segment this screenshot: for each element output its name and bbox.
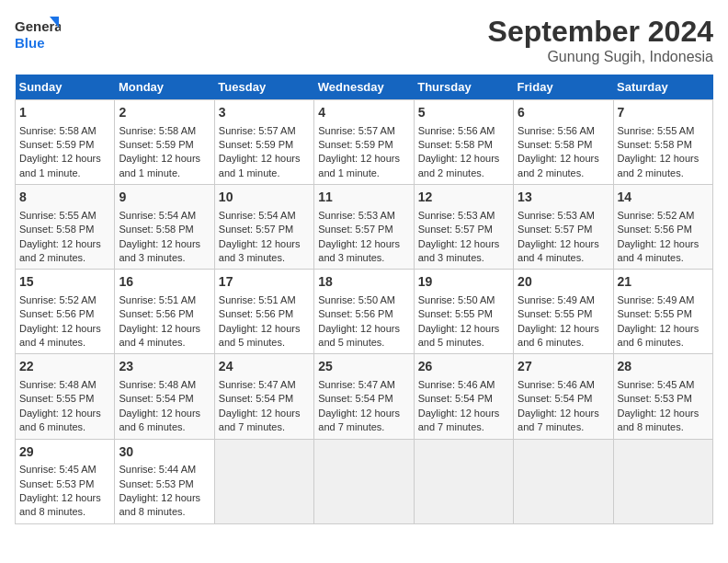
day-number: 15: [19, 273, 110, 292]
day-number: 16: [119, 273, 210, 292]
day-number: 29: [19, 443, 110, 462]
logo-svg: General Blue: [15, 15, 61, 56]
day-number: 12: [418, 189, 509, 207]
day-number: 19: [418, 273, 509, 292]
day-header-wednesday: Wednesday: [314, 75, 414, 100]
calendar-cell: 17Sunrise: 5:51 AM Sunset: 5:56 PM Dayli…: [214, 270, 313, 354]
day-info: Sunrise: 5:44 AM Sunset: 5:53 PM Dayligh…: [119, 464, 203, 517]
day-number: 1: [19, 104, 110, 122]
calendar-cell: 4Sunrise: 5:57 AM Sunset: 5:59 PM Daylig…: [314, 100, 414, 185]
calendar-week-row: 29Sunrise: 5:45 AM Sunset: 5:53 PM Dayli…: [16, 439, 713, 523]
calendar-cell: 3Sunrise: 5:57 AM Sunset: 5:59 PM Daylig…: [214, 100, 313, 185]
calendar-cell: 20Sunrise: 5:49 AM Sunset: 5:55 PM Dayli…: [514, 270, 613, 354]
day-header-tuesday: Tuesday: [214, 75, 313, 100]
day-number: 27: [518, 358, 609, 376]
day-number: 6: [518, 104, 609, 122]
calendar-cell: 12Sunrise: 5:53 AM Sunset: 5:57 PM Dayli…: [414, 185, 513, 270]
day-info: Sunrise: 5:52 AM Sunset: 5:56 PM Dayligh…: [618, 210, 702, 263]
day-header-thursday: Thursday: [414, 75, 513, 100]
day-info: Sunrise: 5:51 AM Sunset: 5:56 PM Dayligh…: [219, 294, 303, 348]
day-number: 2: [119, 104, 210, 122]
day-info: Sunrise: 5:50 AM Sunset: 5:55 PM Dayligh…: [418, 294, 503, 348]
calendar-cell: 24Sunrise: 5:47 AM Sunset: 5:54 PM Dayli…: [214, 354, 313, 439]
calendar-cell: 14Sunrise: 5:52 AM Sunset: 5:56 PM Dayli…: [613, 185, 712, 270]
day-info: Sunrise: 5:54 AM Sunset: 5:58 PM Dayligh…: [119, 210, 203, 263]
calendar-body: 1Sunrise: 5:58 AM Sunset: 5:59 PM Daylig…: [16, 100, 713, 524]
day-number: 7: [618, 104, 709, 122]
calendar-cell: 6Sunrise: 5:56 AM Sunset: 5:58 PM Daylig…: [514, 100, 613, 185]
calendar-week-row: 22Sunrise: 5:48 AM Sunset: 5:55 PM Dayli…: [16, 354, 713, 439]
calendar-cell: 8Sunrise: 5:55 AM Sunset: 5:58 PM Daylig…: [16, 185, 115, 270]
day-info: Sunrise: 5:50 AM Sunset: 5:56 PM Dayligh…: [318, 294, 403, 348]
day-number: 17: [219, 273, 310, 292]
calendar-cell: 18Sunrise: 5:50 AM Sunset: 5:56 PM Dayli…: [314, 270, 414, 354]
logo: General Blue: [15, 15, 61, 56]
day-number: 13: [518, 189, 609, 207]
day-number: 30: [119, 443, 210, 462]
calendar-cell: 11Sunrise: 5:53 AM Sunset: 5:57 PM Dayli…: [314, 185, 414, 270]
day-number: 24: [219, 358, 310, 376]
calendar-title: September 2024: [488, 15, 713, 49]
svg-text:Blue: Blue: [15, 35, 45, 51]
day-info: Sunrise: 5:45 AM Sunset: 5:53 PM Dayligh…: [618, 379, 702, 432]
day-number: 8: [19, 189, 110, 207]
calendar-cell: 19Sunrise: 5:50 AM Sunset: 5:55 PM Dayli…: [414, 270, 513, 354]
calendar-cell: [613, 439, 712, 523]
calendar-cell: 21Sunrise: 5:49 AM Sunset: 5:55 PM Dayli…: [613, 270, 712, 354]
day-number: 11: [318, 189, 409, 207]
day-info: Sunrise: 5:57 AM Sunset: 5:59 PM Dayligh…: [219, 125, 303, 178]
calendar-cell: 23Sunrise: 5:48 AM Sunset: 5:54 PM Dayli…: [115, 354, 214, 439]
day-number: 26: [418, 358, 509, 376]
day-number: 4: [318, 104, 409, 122]
day-info: Sunrise: 5:54 AM Sunset: 5:57 PM Dayligh…: [219, 210, 303, 263]
day-info: Sunrise: 5:51 AM Sunset: 5:56 PM Dayligh…: [119, 294, 203, 348]
calendar-subtitle: Gunung Sugih, Indonesia: [488, 49, 713, 65]
day-number: 20: [518, 273, 609, 292]
day-number: 22: [19, 358, 110, 376]
calendar-cell: 29Sunrise: 5:45 AM Sunset: 5:53 PM Dayli…: [16, 439, 115, 523]
title-block: September 2024 Gunung Sugih, Indonesia: [488, 15, 713, 65]
day-info: Sunrise: 5:53 AM Sunset: 5:57 PM Dayligh…: [418, 210, 503, 263]
day-info: Sunrise: 5:46 AM Sunset: 5:54 PM Dayligh…: [418, 379, 503, 432]
day-number: 28: [618, 358, 709, 376]
day-header-friday: Friday: [514, 75, 613, 100]
calendar-cell: 10Sunrise: 5:54 AM Sunset: 5:57 PM Dayli…: [214, 185, 313, 270]
day-info: Sunrise: 5:53 AM Sunset: 5:57 PM Dayligh…: [318, 210, 403, 263]
calendar-cell: 30Sunrise: 5:44 AM Sunset: 5:53 PM Dayli…: [115, 439, 214, 523]
day-header-monday: Monday: [115, 75, 214, 100]
day-info: Sunrise: 5:56 AM Sunset: 5:58 PM Dayligh…: [418, 125, 503, 178]
calendar-cell: 7Sunrise: 5:55 AM Sunset: 5:58 PM Daylig…: [613, 100, 712, 185]
day-info: Sunrise: 5:48 AM Sunset: 5:55 PM Dayligh…: [19, 379, 104, 432]
calendar-cell: 22Sunrise: 5:48 AM Sunset: 5:55 PM Dayli…: [16, 354, 115, 439]
day-info: Sunrise: 5:55 AM Sunset: 5:58 PM Dayligh…: [19, 210, 104, 263]
calendar-cell: 16Sunrise: 5:51 AM Sunset: 5:56 PM Dayli…: [115, 270, 214, 354]
day-number: 25: [318, 358, 409, 376]
calendar-week-row: 1Sunrise: 5:58 AM Sunset: 5:59 PM Daylig…: [16, 100, 713, 185]
day-info: Sunrise: 5:52 AM Sunset: 5:56 PM Dayligh…: [19, 294, 104, 348]
day-header-sunday: Sunday: [16, 75, 115, 100]
calendar-cell: 9Sunrise: 5:54 AM Sunset: 5:58 PM Daylig…: [115, 185, 214, 270]
page-header: General Blue September 2024 Gunung Sugih…: [15, 15, 713, 65]
calendar-cell: 28Sunrise: 5:45 AM Sunset: 5:53 PM Dayli…: [613, 354, 712, 439]
day-number: 3: [219, 104, 310, 122]
day-info: Sunrise: 5:53 AM Sunset: 5:57 PM Dayligh…: [518, 210, 602, 263]
calendar-header-row: SundayMondayTuesdayWednesdayThursdayFrid…: [16, 75, 713, 100]
calendar-cell: 1Sunrise: 5:58 AM Sunset: 5:59 PM Daylig…: [16, 100, 115, 185]
calendar-cell: 15Sunrise: 5:52 AM Sunset: 5:56 PM Dayli…: [16, 270, 115, 354]
day-info: Sunrise: 5:58 AM Sunset: 5:59 PM Dayligh…: [19, 125, 104, 178]
day-info: Sunrise: 5:47 AM Sunset: 5:54 PM Dayligh…: [318, 379, 403, 432]
calendar-table: SundayMondayTuesdayWednesdayThursdayFrid…: [15, 75, 713, 524]
calendar-cell: [314, 439, 414, 523]
day-info: Sunrise: 5:55 AM Sunset: 5:58 PM Dayligh…: [618, 125, 702, 178]
day-info: Sunrise: 5:49 AM Sunset: 5:55 PM Dayligh…: [618, 294, 702, 348]
calendar-cell: 5Sunrise: 5:56 AM Sunset: 5:58 PM Daylig…: [414, 100, 513, 185]
day-info: Sunrise: 5:58 AM Sunset: 5:59 PM Dayligh…: [119, 125, 203, 178]
day-info: Sunrise: 5:45 AM Sunset: 5:53 PM Dayligh…: [19, 464, 104, 517]
day-header-saturday: Saturday: [613, 75, 712, 100]
calendar-week-row: 15Sunrise: 5:52 AM Sunset: 5:56 PM Dayli…: [16, 270, 713, 354]
calendar-cell: 27Sunrise: 5:46 AM Sunset: 5:54 PM Dayli…: [514, 354, 613, 439]
day-info: Sunrise: 5:49 AM Sunset: 5:55 PM Dayligh…: [518, 294, 602, 348]
calendar-cell: [514, 439, 613, 523]
calendar-cell: 25Sunrise: 5:47 AM Sunset: 5:54 PM Dayli…: [314, 354, 414, 439]
calendar-cell: 13Sunrise: 5:53 AM Sunset: 5:57 PM Dayli…: [514, 185, 613, 270]
